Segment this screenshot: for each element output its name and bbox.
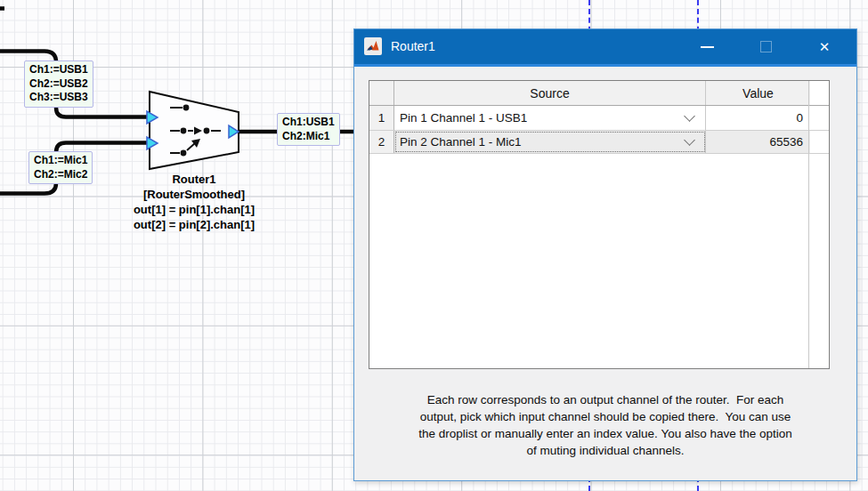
dialog-title: Router1 <box>391 29 435 64</box>
dialog-description-text: Each row corresponds to an output channe… <box>365 391 846 459</box>
chevron-down-icon[interactable] <box>684 134 695 146</box>
label-line: Ch2:Mic1 <box>282 130 335 144</box>
chevron-down-icon[interactable] <box>684 110 695 122</box>
routing-table: Source Value 1 Pin 1 Channel 1 - USB1 0 … <box>369 80 830 369</box>
maximize-icon <box>760 41 772 52</box>
source-selected-value: Pin 2 Channel 1 - Mic1 <box>400 135 522 149</box>
minimize-icon <box>701 46 714 48</box>
router-properties-dialog: Router1 ✕ Source Value 1 Pin 1 Channel 1… <box>353 28 857 481</box>
value-cell[interactable]: 0 <box>706 106 810 130</box>
column-header-source: Source <box>394 81 706 105</box>
close-button[interactable]: ✕ <box>809 29 840 64</box>
router-block-caption: Router1 [RouterSmoothed] out[1] = pin[1]… <box>105 172 283 232</box>
label-line: Ch1:=USB1 <box>29 63 88 77</box>
column-header-rownum <box>369 81 394 105</box>
value-column-separator <box>808 81 809 368</box>
row-number-cell[interactable]: 1 <box>369 106 394 130</box>
column-header-value: Value <box>706 81 810 105</box>
channel-label-usb[interactable]: Ch1:=USB1 Ch2:=USB2 Ch3:=USB3 <box>24 60 93 108</box>
channel-label-mic[interactable]: Ch1:=Mic1 Ch2:=Mic2 <box>28 151 93 184</box>
matlab-icon <box>364 37 382 55</box>
label-line: Ch2:=USB2 <box>29 77 88 92</box>
close-icon: ✕ <box>819 39 831 55</box>
source-dropdown-cell[interactable]: Pin 1 Channel 1 - USB1 <box>394 106 706 130</box>
value-cell[interactable]: 65536 <box>706 131 810 153</box>
source-dropdown-cell[interactable]: Pin 2 Channel 1 - Mic1 <box>394 131 706 153</box>
label-line: Ch3:=USB3 <box>29 91 88 105</box>
block-name: Router1 <box>105 172 283 187</box>
block-routing-line: out[2] = pin[2].chan[1] <box>105 217 283 232</box>
block-type: [RouterSmoothed] <box>105 187 283 202</box>
maximize-button[interactable] <box>750 29 781 64</box>
channel-label-output[interactable]: Ch1:USB1 Ch2:Mic1 <box>277 113 340 146</box>
label-line: Ch1:=Mic1 <box>34 154 87 168</box>
minimize-button[interactable] <box>692 29 722 64</box>
label-line: Ch1:USB1 <box>282 116 335 130</box>
design-canvas: Ch1:=USB1 Ch2:=USB2 Ch3:=USB3 Ch1:=Mic1 … <box>0 0 868 491</box>
dialog-titlebar[interactable]: Router1 ✕ <box>354 29 856 67</box>
table-row: 1 Pin 1 Channel 1 - USB1 0 <box>369 106 829 131</box>
row-number-cell[interactable]: 2 <box>369 131 394 153</box>
source-selected-value: Pin 1 Channel 1 - USB1 <box>400 111 527 125</box>
table-row-selected: 2 Pin 2 Channel 1 - Mic1 65536 <box>369 131 829 154</box>
block-routing-line: out[1] = pin[1].chan[1] <box>105 202 283 217</box>
label-line: Ch2:=Mic2 <box>34 168 87 182</box>
table-header-row: Source Value <box>369 81 829 106</box>
